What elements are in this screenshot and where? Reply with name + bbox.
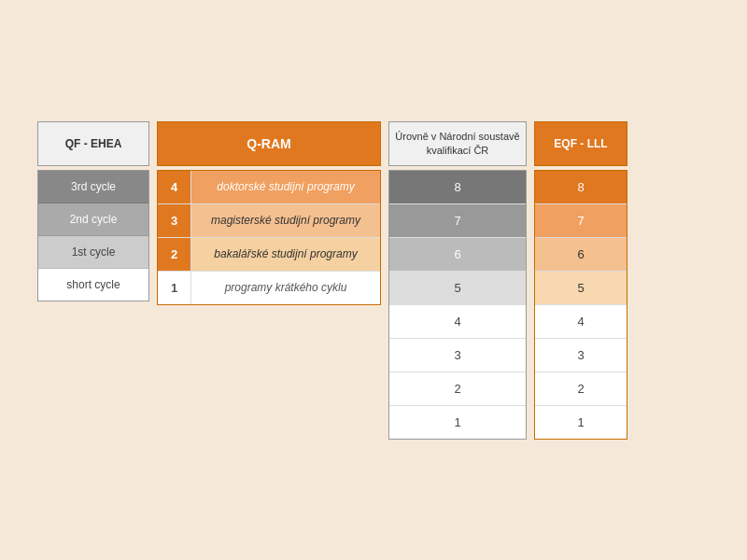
qram-header: Q-RAM	[157, 121, 381, 166]
nsk-row-3: 3	[389, 339, 526, 372]
qram-num-2: 2	[158, 238, 191, 271]
eqf-row-1: 1	[535, 406, 627, 439]
qram-text-1: programy krátkého cyklu	[191, 272, 380, 304]
eqf-row-7: 7	[535, 204, 627, 238]
qram-num-4: 4	[158, 171, 191, 203]
qram-text-3: magisterské studijní programy	[191, 204, 380, 237]
qfehea-rows: 3rd cycle 2nd cycle 1st cycle short cycl…	[37, 170, 149, 301]
eqf-row-6: 6	[535, 238, 627, 272]
nsk-row-6: 6	[389, 238, 526, 272]
qram-row-3: 3 magisterské studijní programy	[158, 204, 380, 238]
qram-rows: 4 doktorské studijní programy 3 magister…	[157, 170, 381, 305]
eqf-row-2: 2	[535, 372, 627, 406]
nsk-header: Úrovně v Národní soustavě kvalifikací ČR	[388, 121, 527, 166]
nsk-row-2: 2	[389, 372, 526, 406]
qfehea-row-1st: 1st cycle	[38, 236, 148, 269]
nsk-row-7: 7	[389, 204, 526, 238]
col-qfehea: QF - EHEA 3rd cycle 2nd cycle 1st cycle …	[37, 121, 149, 301]
eqf-row-3: 3	[535, 339, 627, 372]
eqf-row-4: 4	[535, 305, 627, 339]
col-nsk: Úrovně v Národní soustavě kvalifikací ČR…	[388, 121, 527, 440]
nsk-row-8: 8	[389, 171, 526, 204]
nsk-row-4: 4	[389, 305, 526, 339]
qram-row-1: 1 programy krátkého cyklu	[158, 272, 380, 304]
nsk-row-5: 5	[389, 272, 526, 305]
eqf-row-5: 5	[535, 272, 627, 305]
qram-num-3: 3	[158, 204, 191, 237]
main-container: QF - EHEA 3rd cycle 2nd cycle 1st cycle …	[19, 103, 728, 458]
qfehea-row-short: short cycle	[38, 269, 148, 301]
eqf-row-8: 8	[535, 171, 627, 204]
col-eqf: EQF - LLL 8 7 6 5 4 3	[534, 121, 627, 440]
nsk-rows: 8 7 6 5 4 3 2	[388, 170, 527, 440]
qfehea-row-3rd: 3rd cycle	[38, 171, 148, 203]
qfehea-header: QF - EHEA	[37, 121, 149, 166]
qram-num-1: 1	[158, 272, 191, 304]
table-area: QF - EHEA 3rd cycle 2nd cycle 1st cycle …	[37, 121, 710, 440]
eqf-rows: 8 7 6 5 4 3 2	[534, 170, 627, 440]
qram-text-4: doktorské studijní programy	[191, 171, 380, 203]
eqf-header: EQF - LLL	[534, 121, 627, 166]
qram-text-2: bakalářské studijní programy	[191, 238, 380, 271]
qfehea-row-2nd: 2nd cycle	[38, 203, 148, 236]
col-qram: Q-RAM 4 doktorské studijní programy 3	[157, 121, 381, 305]
qram-row-4: 4 doktorské studijní programy	[158, 171, 380, 204]
qram-row-2: 2 bakalářské studijní programy	[158, 238, 380, 272]
nsk-row-1: 1	[389, 406, 526, 439]
